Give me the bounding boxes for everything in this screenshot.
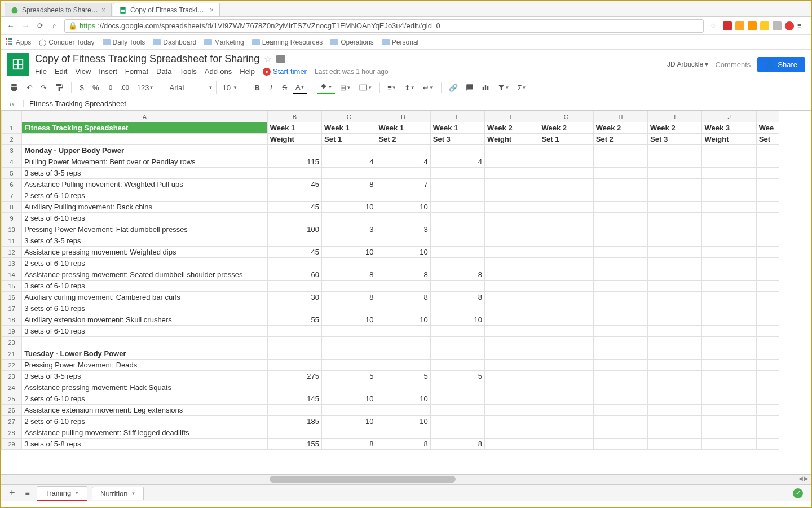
cell[interactable]: 10	[322, 314, 376, 326]
bookmark-item[interactable]: ◯Conquer Today	[39, 38, 94, 46]
cell[interactable]	[430, 405, 484, 416]
col-header[interactable]: C	[322, 111, 376, 122]
cell[interactable]	[756, 202, 779, 213]
cell[interactable]	[430, 360, 484, 371]
cell[interactable]	[485, 281, 539, 292]
currency-button[interactable]: $	[76, 81, 87, 94]
cell[interactable]: Wee	[756, 122, 779, 134]
cell[interactable]	[322, 382, 376, 393]
cell[interactable]	[756, 190, 779, 202]
cell[interactable]	[648, 371, 702, 382]
cell[interactable]	[376, 213, 430, 224]
bookmark-folder[interactable]: Learning Resources	[252, 38, 323, 46]
cell[interactable]: Tuesday - Lower Body Power	[22, 348, 268, 360]
cell[interactable]	[376, 281, 430, 292]
cell[interactable]: Pulling Power Movement: Bent over or Pen…	[22, 156, 268, 168]
row-header[interactable]: 17	[2, 303, 22, 314]
cell[interactable]	[593, 393, 647, 405]
cell[interactable]	[485, 213, 539, 224]
cell[interactable]	[702, 168, 756, 179]
col-header[interactable]: D	[376, 111, 430, 122]
cell[interactable]	[322, 258, 376, 269]
sheet-tab-training[interactable]: Training▼	[37, 486, 87, 501]
cell[interactable]: 10	[322, 202, 376, 213]
merge-button[interactable]: ▼	[356, 81, 375, 94]
cell[interactable]	[430, 427, 484, 439]
cell[interactable]	[648, 202, 702, 213]
cell[interactable]	[485, 224, 539, 235]
row-header[interactable]: 23	[2, 371, 22, 382]
cell[interactable]	[756, 168, 779, 179]
spreadsheet-grid[interactable]: ABCDEFGHIJ1Fitness Tracking SpreadsheetW…	[1, 111, 811, 474]
cell[interactable]	[702, 439, 756, 450]
cell[interactable]: Pressing Power Movement: Deads	[22, 360, 268, 371]
cell[interactable]	[648, 235, 702, 247]
cell[interactable]	[648, 156, 702, 168]
cell[interactable]: 4	[376, 156, 430, 168]
col-header[interactable]: A	[22, 111, 268, 122]
row-header[interactable]: 29	[2, 439, 22, 450]
cell[interactable]	[485, 168, 539, 179]
cell[interactable]: 45	[267, 179, 321, 190]
cell[interactable]	[539, 416, 593, 427]
cell[interactable]: 45	[267, 247, 321, 258]
cell[interactable]	[648, 393, 702, 405]
row-header[interactable]: 20	[2, 337, 22, 348]
cell[interactable]	[539, 235, 593, 247]
row-header[interactable]: 16	[2, 292, 22, 303]
menu-tools[interactable]: Tools	[179, 67, 196, 76]
cell[interactable]	[648, 213, 702, 224]
user-menu[interactable]: JD Arbuckle ▾	[667, 60, 708, 68]
ext-icon[interactable]	[723, 21, 732, 30]
cell[interactable]	[485, 337, 539, 348]
cell[interactable]	[485, 314, 539, 326]
cell[interactable]	[485, 190, 539, 202]
valign-button[interactable]: ⬍▼	[401, 81, 418, 94]
cell[interactable]	[376, 405, 430, 416]
cell[interactable]	[485, 382, 539, 393]
row-header[interactable]: 14	[2, 269, 22, 281]
cell[interactable]	[648, 439, 702, 450]
cell[interactable]: 45	[267, 202, 321, 213]
cell[interactable]	[539, 247, 593, 258]
cell[interactable]	[485, 258, 539, 269]
cell[interactable]	[593, 439, 647, 450]
cell[interactable]	[322, 145, 376, 156]
cell[interactable]	[593, 190, 647, 202]
comment-button[interactable]	[463, 81, 476, 94]
cell[interactable]	[593, 247, 647, 258]
cell[interactable]	[648, 314, 702, 326]
col-header[interactable]: J	[702, 111, 756, 122]
ext-icon[interactable]	[735, 21, 744, 30]
cell[interactable]: Set 1	[322, 134, 376, 145]
cell[interactable]	[376, 427, 430, 439]
cell[interactable]: Week 2	[648, 122, 702, 134]
cell[interactable]	[756, 235, 779, 247]
row-header[interactable]: 12	[2, 247, 22, 258]
cell[interactable]	[485, 371, 539, 382]
halign-button[interactable]: ≡▼	[385, 81, 399, 94]
percent-button[interactable]: %	[90, 81, 102, 94]
cell[interactable]: Weight	[485, 134, 539, 145]
cell[interactable]: Assistance pressing movement: Weighted d…	[22, 247, 268, 258]
reload-icon[interactable]: ⟳	[35, 21, 45, 31]
cell[interactable]: Week 1	[376, 122, 430, 134]
cell[interactable]	[267, 348, 321, 360]
cell[interactable]	[648, 281, 702, 292]
link-button[interactable]: 🔗	[446, 81, 461, 94]
cell[interactable]	[267, 168, 321, 179]
cell[interactable]	[322, 281, 376, 292]
cell[interactable]	[539, 213, 593, 224]
bookmark-folder[interactable]: Operations	[330, 38, 374, 46]
cell[interactable]	[756, 439, 779, 450]
cell[interactable]	[756, 348, 779, 360]
cell[interactable]	[593, 269, 647, 281]
start-timer-button[interactable]: ●Start timer	[263, 67, 307, 76]
home-icon[interactable]: ⌂	[50, 21, 60, 31]
cell[interactable]	[267, 303, 321, 314]
col-header[interactable]: H	[593, 111, 647, 122]
cell[interactable]	[376, 235, 430, 247]
chart-button[interactable]	[479, 81, 492, 94]
forward-icon[interactable]: →	[20, 21, 30, 31]
cell[interactable]: Set 1	[539, 134, 593, 145]
